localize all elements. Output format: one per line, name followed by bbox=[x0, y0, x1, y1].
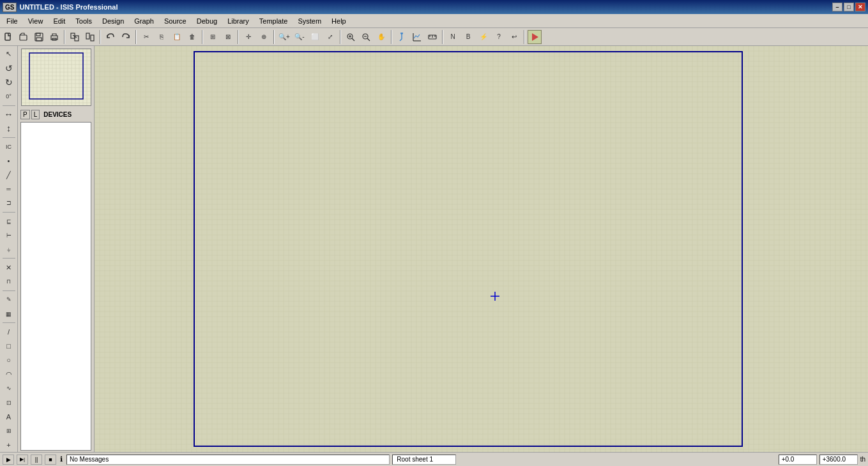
canvas-area[interactable] bbox=[95, 46, 868, 452]
redo-button[interactable] bbox=[119, 30, 133, 44]
zoom-sheet-button[interactable] bbox=[344, 30, 358, 44]
crosshair-button[interactable]: ✛ bbox=[241, 30, 255, 44]
pin-tool[interactable]: ⊢ bbox=[2, 229, 16, 242]
left-tools-panel: ↖ ↺ ↻ 0° ↔ ↕ IC • ╱ ═ ⊐ ⊑ ⊢ ⏚ ✕ ⊓ ✎ ▦ / … bbox=[0, 46, 18, 452]
title-bar-left: GS UNTITLED - ISIS Professional bbox=[3, 3, 118, 12]
open-button[interactable] bbox=[17, 30, 31, 44]
tool-sep-6 bbox=[3, 322, 15, 323]
path-draw-tool[interactable]: ∿ bbox=[2, 382, 16, 395]
preview-tab-l[interactable]: L bbox=[31, 110, 40, 119]
toolbar-sep-10 bbox=[524, 30, 525, 44]
text-draw-tool[interactable]: A bbox=[2, 410, 16, 423]
bitmap-draw-tool[interactable]: ⊡ bbox=[2, 396, 16, 409]
netlist-button[interactable]: N bbox=[446, 30, 460, 44]
subcircuit-tool[interactable]: ▦ bbox=[2, 307, 16, 320]
annotate-button[interactable]: ? bbox=[492, 30, 506, 44]
svg-line-17 bbox=[367, 38, 370, 41]
menu-template[interactable]: Template bbox=[254, 16, 293, 26]
svg-marker-24 bbox=[532, 33, 538, 41]
undo-rotate-tool[interactable]: ↺ bbox=[2, 61, 16, 75]
menu-system[interactable]: System bbox=[293, 16, 326, 26]
rotate0-tool[interactable]: 0° bbox=[2, 90, 16, 103]
zoom-full-button[interactable]: ⤢ bbox=[323, 30, 337, 44]
box-draw-tool[interactable]: □ bbox=[2, 339, 16, 352]
tool-sep-5 bbox=[3, 290, 15, 291]
menu-source[interactable]: Source bbox=[159, 16, 192, 26]
minimize-button[interactable]: – bbox=[832, 3, 842, 11]
print-button[interactable] bbox=[47, 30, 61, 44]
cut-button[interactable]: ✂ bbox=[139, 30, 153, 44]
coord-y: +3600.0 bbox=[819, 455, 858, 465]
import-button[interactable] bbox=[68, 30, 82, 44]
preview-tab-p[interactable]: P bbox=[20, 110, 30, 119]
save-button[interactable] bbox=[32, 30, 46, 44]
simulate-button[interactable] bbox=[528, 30, 542, 44]
play-button[interactable]: ▶ bbox=[3, 455, 14, 465]
terminal-tool[interactable]: ⊑ bbox=[2, 214, 16, 228]
line-draw-tool[interactable]: / bbox=[2, 325, 16, 338]
menu-file[interactable]: File bbox=[1, 16, 23, 26]
toolbar-sep-1 bbox=[64, 30, 65, 44]
select-tool[interactable]: ↖ bbox=[2, 47, 16, 61]
graph-button[interactable] bbox=[410, 30, 424, 44]
grid-toggle-button[interactable]: ⊞ bbox=[206, 30, 220, 44]
step-button[interactable]: ▶| bbox=[17, 455, 28, 465]
redo-rotate-tool[interactable]: ↻ bbox=[2, 75, 16, 89]
circle-draw-tool[interactable]: ○ bbox=[2, 353, 16, 366]
bus-tool[interactable]: ═ bbox=[2, 183, 16, 196]
maximize-button[interactable]: □ bbox=[844, 3, 854, 11]
new-button[interactable] bbox=[1, 30, 15, 44]
pan-button[interactable]: ✋ bbox=[374, 30, 388, 44]
svg-rect-11 bbox=[91, 35, 94, 41]
toolbar-sep-9 bbox=[442, 30, 443, 44]
junction-tool[interactable]: • bbox=[2, 154, 16, 167]
menu-library[interactable]: Library bbox=[222, 16, 254, 26]
script-tool[interactable]: ✎ bbox=[2, 293, 16, 306]
mirror-v-tool[interactable]: ↕ bbox=[2, 122, 16, 135]
wirelabel-tool[interactable]: ⊓ bbox=[2, 275, 16, 289]
measure-button[interactable] bbox=[425, 30, 439, 44]
zoom-objects-button[interactable] bbox=[359, 30, 373, 44]
arc-draw-tool[interactable]: ◠ bbox=[2, 368, 16, 381]
delete-button[interactable]: 🗑 bbox=[185, 30, 199, 44]
bom-button[interactable]: B bbox=[461, 30, 475, 44]
power-rail-tool[interactable]: ⏚ bbox=[2, 243, 16, 256]
svg-point-19 bbox=[400, 33, 403, 34]
stop-button[interactable]: ■ bbox=[45, 455, 56, 465]
grid-fine-button[interactable]: ⊠ bbox=[221, 30, 235, 44]
preview-panel: P L DEVICES bbox=[18, 46, 95, 452]
subbranch-tool[interactable]: ⊐ bbox=[2, 197, 16, 210]
svg-rect-0 bbox=[5, 33, 10, 40]
origin-tool[interactable]: + bbox=[2, 439, 16, 452]
zoom-out-button[interactable]: 🔍- bbox=[293, 30, 307, 44]
devices-list[interactable] bbox=[20, 122, 91, 451]
menu-tools[interactable]: Tools bbox=[70, 16, 97, 26]
wire-tool[interactable]: ╱ bbox=[2, 168, 16, 181]
toolbar-sep-5 bbox=[238, 30, 239, 44]
preview-tabs: P L DEVICES bbox=[18, 109, 94, 121]
symbol-draw-tool[interactable]: ⊞ bbox=[2, 424, 16, 437]
menu-design[interactable]: Design bbox=[97, 16, 129, 26]
mirror-h-tool[interactable]: ↔ bbox=[2, 108, 16, 121]
pause-button[interactable]: || bbox=[31, 455, 42, 465]
menu-edit[interactable]: Edit bbox=[48, 16, 70, 26]
paste-button[interactable]: 📋 bbox=[170, 30, 184, 44]
undo-button[interactable] bbox=[103, 30, 118, 44]
menu-debug[interactable]: Debug bbox=[192, 16, 222, 26]
export-button[interactable] bbox=[83, 30, 97, 44]
probe-button[interactable] bbox=[395, 30, 409, 44]
schematic-canvas[interactable] bbox=[95, 46, 868, 452]
menu-graph[interactable]: Graph bbox=[129, 16, 159, 26]
zoom-area-button[interactable]: ⬜ bbox=[308, 30, 322, 44]
zoom-in-button[interactable]: 🔍+ bbox=[277, 30, 291, 44]
menu-view[interactable]: View bbox=[23, 16, 49, 26]
close-button[interactable]: ✕ bbox=[855, 3, 865, 11]
copy-button[interactable]: ⎘ bbox=[155, 30, 169, 44]
origin-button[interactable]: ⊕ bbox=[257, 30, 271, 44]
electrical-rules-button[interactable]: ⚡ bbox=[476, 30, 491, 44]
component-tool[interactable]: IC bbox=[2, 140, 16, 153]
window-title: UNTITLED - ISIS Professional bbox=[19, 3, 118, 11]
noconnect-tool[interactable]: ✕ bbox=[2, 260, 16, 274]
menu-help[interactable]: Help bbox=[326, 16, 351, 26]
back-annotate-button[interactable]: ↩ bbox=[507, 30, 521, 44]
